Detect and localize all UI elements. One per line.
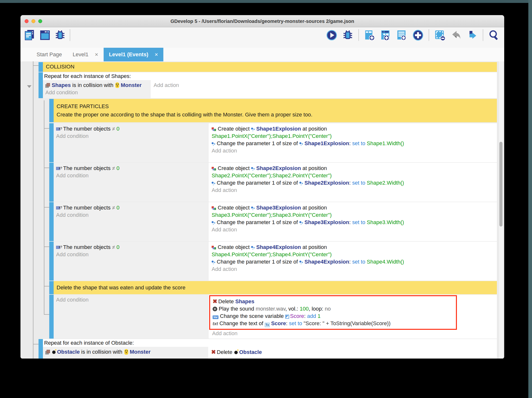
object-count-icon	[56, 167, 60, 170]
action-create-object[interactable]: Create object Shape2Explosion at positio…	[212, 165, 497, 172]
object-count-icon	[56, 206, 60, 209]
event-particle-shape4: The number objects ≠ 0 Add condition Cre…	[49, 242, 497, 281]
action-delete-shapes[interactable]: ✖Delete Shapes	[213, 298, 453, 305]
add-condition-link[interactable]: Add condition	[56, 172, 209, 179]
window-title: GDevelop 5 - /Users/florian/Downloads/ge…	[20, 15, 504, 27]
monster-object-icon	[124, 349, 128, 355]
particle-object-icon	[212, 260, 216, 264]
particle-object-icon	[212, 142, 216, 146]
action-change-size[interactable]: Change the parameter 1 of size of Shape2…	[212, 179, 497, 187]
action-create-object[interactable]: Create object Shape3Explosion at positio…	[212, 204, 497, 211]
monster-object-icon	[115, 82, 119, 88]
comment-create-particles[interactable]: CREATE PARTICLES Create the proper one a…	[49, 99, 497, 122]
create-object-icon	[212, 127, 216, 131]
toolbar	[20, 27, 504, 48]
add-action-link[interactable]: Add action	[212, 265, 497, 273]
close-icon[interactable]: ×	[95, 51, 98, 58]
event-repeat-obstacle: Repeat for each instance of Obstacle: Ob…	[39, 339, 497, 359]
add-condition-link[interactable]: Add condition	[56, 211, 209, 219]
action-change-variable[interactable]: VarChange the scene variable Score: add …	[213, 313, 453, 320]
particle-object-icon	[299, 142, 303, 146]
add-instruction-icon[interactable]	[412, 29, 424, 41]
condition-number-objects[interactable]: The number objects ≠ 0	[56, 204, 209, 211]
tab-level1-events[interactable]: Level1 (Events) ×	[104, 48, 163, 61]
comment-body: Create the proper one according to the s…	[57, 111, 497, 119]
event-highlight-bar[interactable]	[49, 295, 54, 339]
add-comment-icon[interactable]	[395, 29, 408, 41]
tab-label: Level1 (Events)	[109, 51, 148, 58]
add-action-link[interactable]: Add action	[212, 187, 497, 194]
action-create-position[interactable]: Shape4.PointX("Center");Shape4.PointY("C…	[212, 251, 497, 258]
redo-icon[interactable]	[466, 29, 478, 41]
event-highlight-bar[interactable]	[49, 123, 54, 162]
delete-icon: ✖	[211, 349, 216, 355]
particle-object-icon	[299, 260, 303, 264]
action-create-object[interactable]: Create object Shape1Explosion at positio…	[212, 125, 497, 133]
condition-obstacle-collision[interactable]: Obstacle is in collision with Monster	[45, 348, 208, 356]
variable-icon: Var	[213, 315, 218, 319]
create-object-icon	[212, 206, 216, 210]
action-change-size[interactable]: Change the parameter 1 of size of Shape3…	[212, 219, 497, 226]
action-create-position[interactable]: Shape1.PointX("Center");Shape1.PointY("C…	[212, 133, 497, 140]
event-particle-shape3: The number objects ≠ 0 Add condition Cre…	[49, 202, 497, 241]
desktop-edge-right	[528, 0, 532, 398]
not-equal-icon: ≠	[112, 126, 117, 132]
add-condition-link[interactable]: Add condition	[56, 251, 209, 258]
repeat-event-header[interactable]: Repeat for each instance of Shapes:	[43, 72, 497, 80]
add-condition-link[interactable]: Add condition	[45, 89, 151, 96]
event-highlight-bar[interactable]	[49, 163, 54, 202]
text-object-icon: Tx	[265, 323, 270, 327]
condition-number-objects[interactable]: The number objects ≠ 0	[56, 125, 209, 133]
action-change-text[interactable]: txtChange the text of TxScore: set to "S…	[213, 320, 453, 327]
scrollbar[interactable]	[498, 61, 503, 359]
add-condition-link[interactable]: Add condition	[56, 296, 209, 303]
action-delete-obstacle[interactable]: ✖Delete Obstacle	[211, 348, 497, 356]
sound-icon	[213, 307, 217, 311]
comment-delete-score[interactable]: Delete the shape that was eaten and upda…	[49, 281, 497, 294]
event-highlight-bar[interactable]	[39, 72, 43, 98]
titlebar: GDevelop 5 - /Users/florian/Downloads/ge…	[20, 15, 504, 27]
event-highlight-bar[interactable]	[39, 339, 43, 359]
debug-preview-bug-icon[interactable]	[341, 29, 354, 41]
add-action-link[interactable]: Add action	[154, 82, 497, 89]
event-highlight-bar	[49, 99, 54, 122]
close-icon[interactable]: ×	[155, 51, 158, 58]
scene-window-icon[interactable]	[39, 29, 51, 41]
event-score-update: Add condition ✖Delete Shapes Play the so…	[49, 295, 497, 339]
add-condition-link[interactable]: Add condition	[56, 133, 209, 140]
add-action-link[interactable]: Add action	[212, 147, 497, 154]
tab-start-page[interactable]: Start Page	[31, 48, 67, 61]
add-action-link[interactable]: Add action	[209, 330, 497, 337]
event-repeat-shapes: Repeat for each instance of Shapes: Shap…	[39, 72, 497, 98]
condition-number-objects[interactable]: The number objects ≠ 0	[56, 165, 209, 172]
scrollbar-thumb[interactable]	[499, 142, 502, 227]
add-event-icon[interactable]	[363, 29, 376, 41]
not-equal-icon: ≠	[112, 165, 117, 171]
condition-shapes-collision[interactable]: Shapes is in collision with Monster	[45, 82, 151, 89]
condition-number-objects[interactable]: The number objects ≠ 0	[56, 244, 209, 251]
search-icon[interactable]	[488, 29, 500, 41]
gdevelop-window: GDevelop 5 - /Users/florian/Downloads/ge…	[20, 15, 504, 359]
debugger-bug-icon[interactable]	[54, 29, 66, 41]
object-count-icon	[56, 127, 60, 131]
undo-icon[interactable]	[450, 29, 462, 41]
action-change-size[interactable]: Change the parameter 1 of size of Shape4…	[212, 258, 497, 265]
event-highlight-bar[interactable]	[49, 202, 54, 241]
toolbar-separator	[70, 29, 70, 41]
bomb-object-icon	[52, 351, 56, 354]
action-play-sound[interactable]: Play the sound monster.wav, vol.: 100, l…	[213, 305, 453, 313]
event-highlight-bar[interactable]	[49, 242, 54, 281]
comment-collision[interactable]: COLLISION	[39, 62, 497, 72]
not-equal-icon: ≠	[112, 244, 117, 250]
repeat-event-header[interactable]: Repeat for each instance of Obstacle:	[43, 339, 497, 347]
play-preview-icon[interactable]	[325, 29, 338, 41]
action-create-position[interactable]: Shape3.PointX("Center");Shape3.PointY("C…	[212, 211, 497, 219]
action-create-object[interactable]: Create object Shape4Explosion at positio…	[212, 244, 497, 251]
action-create-position[interactable]: Shape2.PointX("Center");Shape2.PointY("C…	[212, 172, 497, 179]
tab-level1[interactable]: Level1 ×	[67, 48, 104, 61]
project-manager-icon[interactable]	[23, 29, 36, 41]
deselect-events-icon[interactable]	[433, 29, 446, 41]
add-subevent-icon[interactable]	[379, 29, 392, 41]
add-action-link[interactable]: Add action	[212, 226, 497, 233]
action-change-size[interactable]: Change the parameter 1 of size of Shape1…	[212, 140, 497, 147]
